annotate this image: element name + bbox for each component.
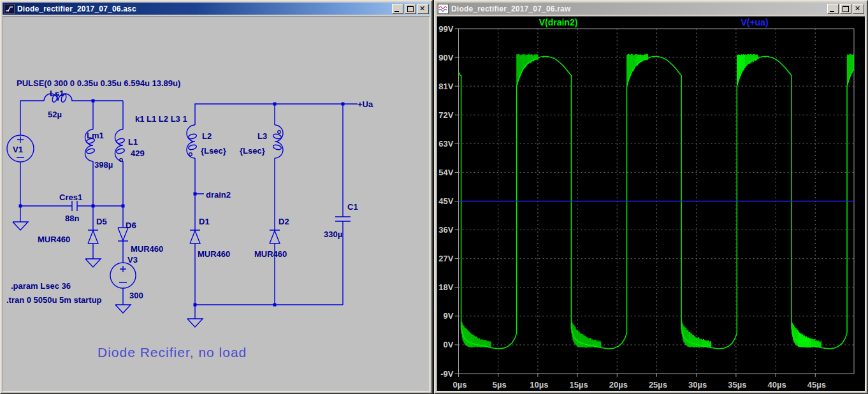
pulse-directive: PULSE(0 300 0 0.35u 0.35u 6.594u 13.89u) <box>17 78 180 88</box>
label-cres1-ref: Cres1 <box>59 193 82 202</box>
trace-v-drain2 <box>459 57 854 349</box>
label-c1-ref: C1 <box>347 202 358 212</box>
close-button[interactable]: ✕ <box>417 4 429 14</box>
y-axis-tick-label: 0V <box>444 340 454 349</box>
coupling-directive: k1 L1 L2 L3 1 <box>135 114 187 124</box>
x-axis-tick-label: 30µs <box>688 380 707 390</box>
legend-vua: V(+ua) <box>741 17 768 27</box>
param-directive: .param Lsec 36 <box>11 281 71 291</box>
maximize-button[interactable] <box>405 4 416 14</box>
label-l1-value: 429 <box>131 149 145 158</box>
y-axis-tick-label: 54V <box>438 168 453 177</box>
y-axis-tick-label: 45V <box>438 196 453 206</box>
tran-directive: .tran 0 5050u 5m startup <box>6 295 102 305</box>
y-axis-tick-label: 81V <box>438 82 453 91</box>
ltspice-waveform-icon <box>438 4 449 14</box>
label-d5-value: MUR460 <box>38 235 70 244</box>
x-axis-tick-label: 20µs <box>609 380 628 390</box>
y-axis-tick-label: 63V <box>438 139 453 149</box>
x-axis-tick-label: 35µs <box>728 380 746 390</box>
junction-dots <box>19 99 345 307</box>
label-v1-ref: V1 <box>13 145 23 154</box>
waveform-window: Diode_rectifier_2017_07_06.raw ✕ 99V90V8… <box>434 0 868 394</box>
label-d2-value: MUR460 <box>254 249 287 259</box>
waveform-plot: 99V90V81V72V63V54V45V36V27V18V9V0V-9V0µs… <box>437 17 867 392</box>
x-axis-tick-label: 15µs <box>570 380 588 390</box>
close-icon: ✕ <box>419 4 425 13</box>
label-lm1-ref: Lm1 <box>87 131 104 140</box>
schematic-window: Diode_rectifier_2017_07_06.asc ✕ <box>0 0 433 394</box>
label-d6-ref: D6 <box>126 221 136 230</box>
net-label-drain2: drain2 <box>206 190 231 200</box>
close-icon: ✕ <box>855 4 860 13</box>
maximize-icon <box>843 6 849 12</box>
label-l3-value: {Lsec} <box>240 146 265 156</box>
net-label-ua: +Ua <box>358 99 373 109</box>
schematic-caption: Diode Recifier, no load <box>98 345 247 360</box>
minimize-icon <box>394 11 399 12</box>
x-axis-tick-label: 25µs <box>649 380 667 390</box>
y-axis-tick-label: 72V <box>438 110 453 120</box>
close-button[interactable]: ✕ <box>853 4 864 14</box>
schematic-labels: PULSE(0 300 0 0.35u 0.35u 6.594u 13.89u)… <box>6 78 373 360</box>
waveform-window-title: Diode_rectifier_2017_07_06.raw <box>451 4 570 13</box>
label-l1-ref: L1 <box>128 137 138 147</box>
schematic-drawing: PULSE(0 300 0 0.35u 0.35u 6.594u 13.89u)… <box>3 17 431 393</box>
x-axis-tick-label: 5µs <box>493 380 507 390</box>
maximize-button[interactable] <box>840 4 851 14</box>
y-axis-tick-label: 27V <box>438 254 453 263</box>
label-d1-ref: D1 <box>199 217 210 226</box>
label-v3-ref: V3 <box>127 255 138 265</box>
schematic-wires <box>7 94 358 327</box>
label-l3-ref: L3 <box>257 131 267 141</box>
label-c1-value: 330µ <box>324 230 342 239</box>
label-ls1-value: 52µ <box>48 110 62 119</box>
minimize-icon <box>830 11 834 12</box>
minimize-button[interactable] <box>827 4 839 14</box>
label-v3-value: 300 <box>129 291 143 300</box>
x-axis-tick-label: 10µs <box>530 380 548 390</box>
legend-vdrain2: V(drain2) <box>539 17 578 27</box>
minimize-button[interactable] <box>392 4 403 14</box>
y-axis-tick-label: 9V <box>444 311 454 321</box>
label-d6-value: MUR460 <box>131 244 163 254</box>
waveform-plot-area[interactable]: 99V90V81V72V63V54V45V36V27V18V9V0V-9V0µs… <box>437 16 865 391</box>
label-lm1-value: 398µ <box>94 160 113 170</box>
schematic-canvas[interactable]: PULSE(0 300 0 0.35u 0.35u 6.594u 13.89u)… <box>3 16 430 391</box>
x-axis-tick-label: 40µs <box>768 380 786 390</box>
label-cres1-value: 88n <box>65 214 79 223</box>
maximize-icon <box>407 6 414 12</box>
schematic-window-title: Diode_rectifier_2017_07_06.asc <box>17 4 136 13</box>
ltspice-schematic-icon <box>4 4 15 14</box>
y-axis-tick-label: 18V <box>438 282 453 292</box>
y-axis-tick-label: 90V <box>438 53 453 62</box>
label-d1-value: MUR460 <box>198 249 230 259</box>
schematic-titlebar[interactable]: Diode_rectifier_2017_07_06.asc ✕ <box>3 3 430 15</box>
label-d2-ref: D2 <box>278 217 289 226</box>
label-ls1-ref: Ls1 <box>50 89 64 98</box>
y-axis-tick-label: -9V <box>440 369 454 379</box>
x-axis-tick-label: 0µs <box>453 380 467 390</box>
x-axis-tick-label: 45µs <box>807 380 826 390</box>
label-d5-ref: D5 <box>96 217 107 226</box>
label-l2-ref: L2 <box>202 131 212 141</box>
label-l2-value: {Lsec} <box>201 146 226 156</box>
y-axis-tick-label: 36V <box>438 225 453 235</box>
y-axis-tick-label: 99V <box>438 24 453 34</box>
waveform-titlebar[interactable]: Diode_rectifier_2017_07_06.raw ✕ <box>437 3 865 15</box>
